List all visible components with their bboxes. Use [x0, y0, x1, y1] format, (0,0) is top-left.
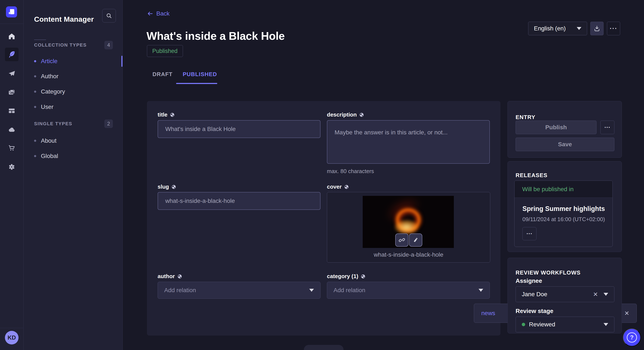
slug-input-value: what-s-inside-a-black-hole	[165, 197, 235, 204]
language-select[interactable]: English (en)	[528, 22, 587, 35]
sidebar-item-author[interactable]: Author	[34, 71, 115, 82]
images-icon	[8, 88, 16, 96]
review-stage-combobox[interactable]: Reviewed	[516, 317, 614, 332]
release-title: Spring Summer highlights	[522, 205, 605, 213]
search-icon	[106, 12, 112, 19]
back-label: Back	[156, 10, 170, 17]
globe-icon	[172, 184, 176, 189]
pencil-icon	[413, 237, 419, 243]
header-more-button[interactable]: ···	[607, 22, 620, 35]
clear-assignee-icon[interactable]: ✕	[593, 291, 598, 298]
chevron-down-icon	[604, 293, 608, 296]
sidebar-item-label: Global	[41, 153, 58, 160]
sidebar-item-user[interactable]: User	[34, 101, 115, 113]
sidebar-title: Content Manager	[34, 15, 94, 23]
category-relation-select[interactable]: Add relation	[327, 282, 490, 299]
user-avatar[interactable]: KD	[5, 331, 18, 345]
assignee-value: Jane Doe	[522, 291, 593, 298]
title-field-label: title	[158, 111, 175, 118]
chevron-down-icon	[604, 323, 608, 326]
cover-media-card: what-s-inside-a-black-hole	[327, 192, 490, 263]
description-value: Maybe the answer is in this article, or …	[334, 129, 448, 136]
strapi-logo[interactable]	[6, 6, 17, 17]
label-text: slug	[158, 183, 169, 190]
tab-draft[interactable]: DRAFT	[152, 71, 172, 78]
label-text: author	[158, 273, 175, 280]
edit-cover-button[interactable]	[409, 233, 422, 247]
nav-home-button[interactable]	[5, 29, 18, 43]
search-button[interactable]	[102, 9, 116, 22]
bullet-icon	[34, 60, 36, 62]
releases-panel: RELEASES Will be published in Spring Sum…	[508, 161, 622, 252]
sidebar-item-global[interactable]: Global	[34, 151, 115, 162]
review-workflows-heading: REVIEW WORKFLOWS	[516, 269, 580, 276]
content-manager-sidebar: Content Manager COLLECTION TYPES 4 Artic…	[24, 0, 123, 350]
collection-types-label: COLLECTION TYPES	[34, 42, 87, 48]
nav-cloud-button[interactable]	[5, 123, 18, 137]
label-text: title	[158, 111, 168, 118]
chevron-down-icon	[577, 27, 582, 30]
relation-link-news[interactable]: news	[481, 310, 495, 317]
single-types-section-header: SINGLE TYPES 2	[34, 120, 113, 128]
cover-field-label: cover	[327, 183, 349, 190]
assignee-label: Assignee	[516, 278, 542, 284]
sidebar-item-label: Article	[41, 58, 58, 65]
release-more-button[interactable]: ···	[522, 227, 536, 240]
active-tab-underline	[176, 83, 217, 84]
nav-settings-button[interactable]	[5, 160, 18, 174]
status-badge: Published	[147, 45, 183, 57]
bullet-icon	[34, 75, 36, 77]
releases-panel-heading: RELEASES	[516, 172, 548, 178]
remove-relation-icon[interactable]: ✕	[624, 310, 629, 317]
link-icon	[399, 237, 405, 243]
description-textarea[interactable]: Maybe the answer is in this article, or …	[327, 120, 490, 164]
ellipsis-icon: ···	[526, 230, 532, 237]
bottom-pill	[304, 345, 344, 350]
help-button[interactable]: ?	[623, 329, 641, 347]
description-hint: max. 80 characters	[327, 168, 374, 175]
save-button[interactable]: Save	[516, 138, 614, 151]
download-button[interactable]	[590, 22, 604, 35]
ellipsis-icon: ···	[610, 25, 618, 32]
nav-releases-button[interactable]	[5, 67, 18, 81]
feather-icon	[8, 50, 16, 58]
bullet-icon	[34, 155, 36, 157]
copy-link-button[interactable]	[395, 233, 408, 247]
shopping-cart-icon	[8, 144, 16, 152]
author-field-label: author	[158, 273, 182, 280]
paper-plane-icon	[8, 70, 16, 78]
slug-field-label: slug	[158, 183, 176, 190]
nav-media-library-button[interactable]	[5, 85, 18, 99]
chevron-down-icon	[309, 289, 314, 292]
nav-content-manager-button[interactable]	[5, 48, 18, 61]
release-card: Will be published in Spring Summer highl…	[514, 180, 613, 247]
entry-form-card: title What's inside a Black Hole descrip…	[147, 101, 500, 336]
globe-icon	[361, 274, 366, 279]
gear-icon	[8, 163, 16, 171]
title-input[interactable]: What's inside a Black Hole	[158, 120, 320, 138]
assignee-combobox[interactable]: Jane Doe ✕	[516, 286, 614, 302]
nav-content-type-builder-button[interactable]	[5, 104, 18, 118]
cloud-icon	[8, 126, 16, 134]
bullet-icon	[34, 91, 36, 93]
tab-published[interactable]: PUBLISHED	[183, 71, 217, 78]
collection-types-count-badge: 4	[104, 41, 113, 49]
nav-marketplace-button[interactable]	[5, 141, 18, 155]
page-title: What's inside a Black Hole	[146, 29, 285, 42]
entry-panel: ENTRY Publish ··· Save	[508, 101, 622, 158]
title-input-value: What's inside a Black Hole	[165, 126, 236, 133]
sidebar-item-about[interactable]: About	[34, 135, 115, 146]
sidebar-item-label: Category	[41, 88, 65, 95]
label-text: category (1)	[327, 273, 358, 280]
publish-button[interactable]: Publish	[516, 121, 596, 134]
sidebar-item-article[interactable]: Article	[34, 56, 115, 67]
back-link[interactable]: Back	[147, 10, 170, 17]
ellipsis-icon: ···	[604, 124, 610, 131]
main-nav-rail: KD	[0, 0, 24, 350]
slug-input[interactable]: what-s-inside-a-black-hole	[158, 192, 320, 210]
sidebar-item-category[interactable]: Category	[34, 86, 115, 97]
entry-more-button[interactable]: ···	[600, 121, 614, 134]
category-field-label: category (1)	[327, 273, 366, 280]
stage-status-dot	[522, 323, 525, 326]
author-relation-select[interactable]: Add relation	[158, 282, 320, 299]
